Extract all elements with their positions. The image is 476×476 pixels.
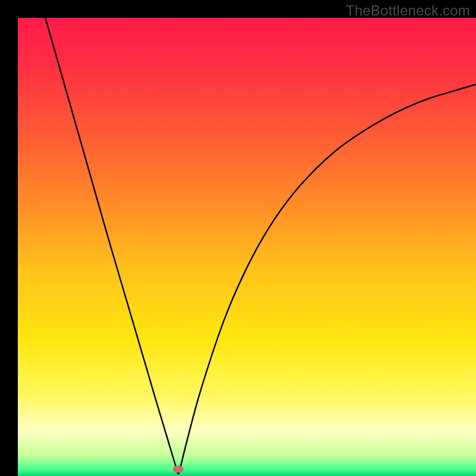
optimal-point-marker [173, 465, 184, 472]
chart-frame: TheBottleneck.com [0, 0, 476, 476]
plot-background [18, 18, 476, 476]
watermark-text: TheBottleneck.com [346, 2, 470, 19]
bottleneck-chart [0, 0, 476, 476]
